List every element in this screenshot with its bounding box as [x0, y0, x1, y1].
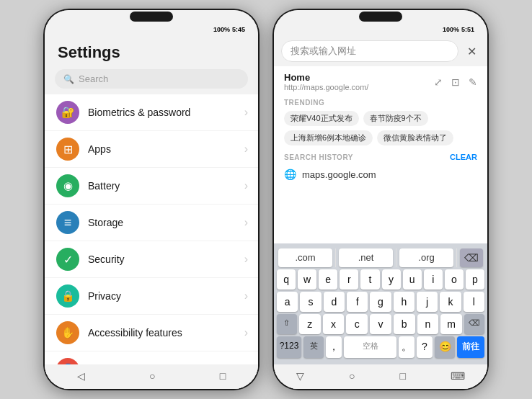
key-c[interactable]: c — [346, 314, 368, 334]
apps-icon: ⊞ — [56, 138, 79, 161]
privacy-icon: 🔒 — [56, 284, 79, 308]
key-g[interactable]: g — [370, 292, 391, 312]
key-p[interactable]: p — [466, 269, 484, 290]
settings-list: 🔐 Biometrics & password ⊞ Apps ◉ Battery… — [45, 94, 258, 364]
key-a[interactable]: a — [277, 292, 298, 312]
key-s[interactable]: s — [300, 292, 321, 312]
key-b[interactable]: b — [394, 314, 415, 334]
history-item-1[interactable]: 🌐 maps.google.com — [274, 164, 487, 184]
key-space[interactable]: 空格 — [344, 336, 396, 358]
key-comma[interactable]: ， — [326, 336, 342, 358]
browser-content: Home http://maps.google.com/ ⤢ ⊡ ✎ TREND… — [274, 66, 487, 243]
key-question[interactable]: ? — [417, 336, 433, 358]
url-input[interactable]: 搜索或输入网址 — [281, 40, 458, 62]
settings-item-biometrics[interactable]: 🔐 Biometrics & password — [45, 94, 258, 130]
browser-bar-area: 搜索或输入网址 ✕ — [274, 36, 487, 66]
trending-tag-1[interactable]: 荣耀V40正式发布 — [284, 111, 359, 126]
nav-recent-right[interactable]: □ — [400, 370, 406, 382]
nav-home-right[interactable]: ○ — [349, 370, 355, 382]
key-y[interactable]: y — [382, 269, 401, 290]
clear-button[interactable]: CLEAR — [450, 153, 477, 161]
battery-icon: ◉ — [56, 174, 79, 197]
left-phone: 100% 5:45 Settings 🔍 Search 🔐 Biometrics… — [43, 9, 260, 390]
settings-item-storage[interactable]: ≡ Storage — [45, 205, 258, 241]
key-go[interactable]: 前往 — [457, 336, 484, 358]
history-header: SEARCH HISTORY CLEAR — [274, 150, 487, 164]
key-r[interactable]: r — [340, 269, 358, 290]
key-delete[interactable]: ⌫ — [464, 314, 484, 334]
key-v[interactable]: v — [370, 314, 391, 334]
keyboard: .com .net .org ⌫ q w e r t y u — [274, 243, 487, 364]
keyboard-row-2: a s d f g h j k l — [275, 292, 486, 312]
accessibility-icon: ✋ — [56, 321, 79, 344]
time-left: 5:45 — [232, 26, 245, 33]
share-icon[interactable]: ⤢ — [434, 76, 443, 88]
nav-back[interactable]: ◁ — [77, 370, 85, 382]
users-label: Users & accounts — [88, 364, 167, 364]
key-emoji[interactable]: 😊 — [435, 336, 455, 358]
nav-back-right[interactable]: ▽ — [296, 370, 304, 382]
nav-home[interactable]: ○ — [149, 370, 155, 382]
suggestion-delete[interactable]: ⌫ — [460, 248, 483, 267]
privacy-label: Privacy — [88, 290, 121, 302]
trending-tag-2[interactable]: 春节防疫9个不 — [363, 111, 428, 126]
key-l[interactable]: l — [464, 292, 484, 312]
security-icon: ✓ — [56, 248, 79, 271]
key-q[interactable]: q — [277, 269, 296, 290]
search-bar[interactable]: 🔍 Search — [55, 69, 248, 89]
key-shift[interactable]: ⇧ — [277, 314, 297, 334]
settings-item-security[interactable]: ✓ Security — [45, 241, 258, 277]
key-o[interactable]: o — [445, 269, 464, 290]
notch-left — [45, 10, 258, 22]
trending-tag-3[interactable]: 上海新增6例本地确诊 — [284, 130, 373, 145]
nav-recent[interactable]: □ — [220, 370, 226, 382]
notch-right — [274, 10, 487, 22]
settings-item-users[interactable]: 👤 Users & accounts — [45, 351, 258, 364]
key-z[interactable]: z — [299, 314, 321, 334]
apps-label: Apps — [88, 143, 111, 155]
browser-close-button[interactable]: ✕ — [463, 42, 480, 60]
key-u[interactable]: u — [403, 269, 422, 290]
key-d[interactable]: d — [324, 292, 345, 312]
key-h[interactable]: h — [394, 292, 414, 312]
settings-item-accessibility[interactable]: ✋ Accessibility features — [45, 315, 258, 351]
settings-title: Settings — [45, 36, 258, 66]
suggest-net[interactable]: .net — [339, 248, 393, 267]
key-m[interactable]: m — [440, 314, 462, 334]
biometrics-label: Biometrics & password — [88, 107, 190, 118]
key-i[interactable]: i — [424, 269, 443, 290]
key-f[interactable]: f — [347, 292, 368, 312]
settings-screen: Settings 🔍 Search 🔐 Biometrics & passwor… — [45, 36, 258, 389]
home-actions: ⤢ ⊡ ✎ — [434, 76, 477, 88]
key-n[interactable]: n — [417, 314, 439, 334]
key-k[interactable]: k — [440, 292, 461, 312]
nav-keyboard[interactable]: ⌨ — [451, 370, 465, 382]
trending-tags: 荣耀V40正式发布 春节防疫9个不 上海新增6例本地确诊 微信黄脸表情动了 — [274, 109, 487, 150]
settings-item-apps[interactable]: ⊞ Apps — [45, 131, 258, 167]
edit-icon[interactable]: ✎ — [469, 76, 477, 88]
history-url-1: maps.google.com — [302, 169, 376, 180]
home-url: http://maps.google.com/ — [284, 83, 427, 91]
key-123[interactable]: ?123 — [277, 336, 301, 358]
keyboard-row-1: q w e r t y u i o p — [275, 269, 486, 290]
settings-item-battery[interactable]: ◉ Battery — [45, 168, 258, 204]
suggest-com[interactable]: .com — [278, 248, 332, 267]
key-t[interactable]: t — [360, 269, 379, 290]
suggest-org[interactable]: .org — [399, 248, 453, 267]
key-lang[interactable]: 英 — [303, 336, 324, 358]
nav-bar-right: ▽ ○ □ ⌨ — [274, 364, 487, 389]
trending-label: TRENDING — [274, 94, 487, 109]
tab-icon[interactable]: ⊡ — [451, 76, 460, 88]
battery-right: 100% — [443, 26, 459, 33]
key-w[interactable]: w — [298, 269, 316, 290]
home-row: Home http://maps.google.com/ ⤢ ⊡ ✎ — [274, 66, 487, 94]
settings-item-privacy[interactable]: 🔒 Privacy — [45, 278, 258, 314]
trending-tag-4[interactable]: 微信黄脸表情动了 — [377, 130, 453, 145]
key-x[interactable]: x — [323, 314, 345, 334]
status-bar-right: 100% 5:51 — [274, 22, 487, 36]
right-phone: 100% 5:51 搜索或输入网址 ✕ Home http://maps.goo… — [272, 9, 489, 390]
storage-label: Storage — [88, 217, 123, 228]
key-period[interactable]: 。 — [399, 336, 414, 358]
key-e[interactable]: e — [319, 269, 337, 290]
key-j[interactable]: j — [417, 292, 438, 312]
